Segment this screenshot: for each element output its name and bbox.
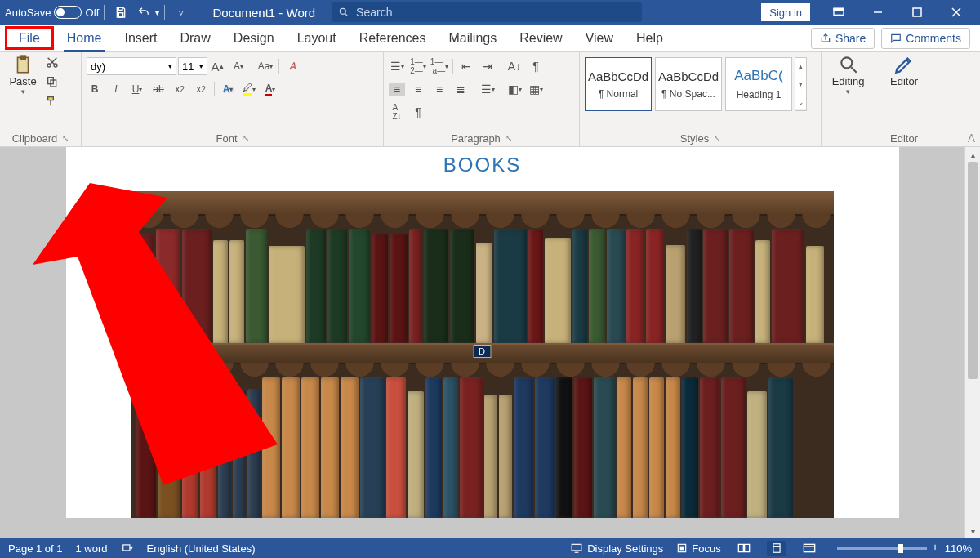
dialog-launcher-icon[interactable]: ⤡ bbox=[62, 134, 69, 143]
editor-button[interactable]: Editor bbox=[886, 54, 922, 87]
bold-icon[interactable]: B bbox=[87, 83, 103, 95]
shading-icon[interactable]: ◧▾ bbox=[506, 83, 523, 96]
undo-icon[interactable] bbox=[132, 1, 155, 24]
read-mode-icon[interactable] bbox=[734, 541, 754, 556]
document-canvas[interactable]: BOOKS bbox=[0, 147, 964, 538]
word-count[interactable]: 1 word bbox=[76, 542, 108, 555]
editing-button[interactable]: Editing ▾ bbox=[831, 54, 866, 96]
autosave-toggle[interactable]: AutoSave Off bbox=[5, 6, 99, 19]
style-normal[interactable]: AaBbCcDd ¶ Normal bbox=[585, 57, 652, 111]
group-font: dy) ▾ 11▾ A▴ A▾ Aa▾ A̷ B I U▾ ab x2 x2 bbox=[82, 52, 384, 146]
zoom-level[interactable]: 110% bbox=[945, 542, 972, 555]
paragraph-mark-icon[interactable]: ¶ bbox=[410, 105, 426, 118]
svg-rect-26 bbox=[773, 544, 780, 553]
web-layout-icon[interactable] bbox=[800, 541, 819, 556]
scroll-up-icon[interactable]: ▴ bbox=[965, 147, 980, 162]
change-case-icon[interactable]: Aa▾ bbox=[257, 60, 274, 72]
inserted-image[interactable]: D bbox=[131, 191, 834, 518]
undo-dropdown-icon[interactable]: ▾ bbox=[155, 8, 159, 17]
dialog-launcher-icon[interactable]: ⤡ bbox=[506, 134, 512, 143]
tab-home[interactable]: Home bbox=[56, 25, 114, 51]
styles-gallery-scroll[interactable]: ▴▾⌄ bbox=[795, 57, 807, 111]
zoom-slider[interactable] bbox=[837, 547, 927, 550]
bullets-icon[interactable]: ☰▾ bbox=[389, 60, 405, 73]
style-heading1[interactable]: AaBbC( Heading 1 bbox=[725, 57, 792, 111]
clear-formatting-icon[interactable]: A̷ bbox=[284, 60, 301, 72]
focus-mode-button[interactable]: Focus bbox=[676, 542, 720, 555]
tab-view[interactable]: View bbox=[574, 25, 625, 51]
comment-icon bbox=[890, 33, 902, 44]
qat-customize-icon[interactable]: ▿ bbox=[170, 1, 193, 24]
scroll-down-icon[interactable]: ▾ bbox=[965, 524, 980, 538]
tab-insert[interactable]: Insert bbox=[113, 25, 168, 51]
numbering-icon[interactable]: 1―2―▾ bbox=[410, 57, 426, 75]
dialog-launcher-icon[interactable]: ⤡ bbox=[243, 134, 249, 143]
tab-review[interactable]: Review bbox=[508, 25, 573, 51]
align-left-icon[interactable]: ≡ bbox=[389, 83, 405, 96]
ribbon-tabs: File Home Insert Draw Design Layout Refe… bbox=[0, 25, 980, 52]
page: BOOKS bbox=[66, 147, 899, 518]
tab-draw[interactable]: Draw bbox=[168, 25, 221, 51]
font-color-icon[interactable]: A▾ bbox=[262, 83, 278, 96]
copy-icon[interactable] bbox=[44, 74, 60, 90]
print-layout-icon[interactable] bbox=[767, 541, 786, 556]
find-icon bbox=[838, 54, 859, 75]
tab-design[interactable]: Design bbox=[222, 25, 286, 51]
display-settings-button[interactable]: Display Settings bbox=[570, 542, 663, 555]
style-no-spacing[interactable]: AaBbCcDd ¶ No Spac... bbox=[655, 57, 722, 111]
align-center-icon[interactable]: ≡ bbox=[410, 83, 426, 96]
cut-icon[interactable] bbox=[44, 54, 60, 70]
group-editing: Editing ▾ bbox=[822, 52, 875, 146]
share-button[interactable]: Share bbox=[811, 28, 875, 49]
underline-icon[interactable]: U▾ bbox=[129, 83, 145, 95]
increase-font-icon[interactable]: A▴ bbox=[209, 60, 225, 74]
tab-layout[interactable]: Layout bbox=[286, 25, 348, 51]
text-effects-icon[interactable]: A▾ bbox=[220, 83, 236, 95]
collapse-ribbon-icon[interactable]: ⋀ bbox=[968, 132, 975, 143]
sign-in-button[interactable]: Sign in bbox=[761, 3, 810, 21]
page-indicator[interactable]: Page 1 of 1 bbox=[8, 542, 63, 555]
focus-icon bbox=[676, 542, 688, 554]
format-painter-icon[interactable] bbox=[44, 93, 60, 109]
decrease-font-icon[interactable]: A▾ bbox=[230, 60, 247, 72]
sort-icon[interactable]: A↓ bbox=[506, 60, 523, 73]
tab-file[interactable]: File bbox=[5, 26, 54, 50]
decrease-indent-icon[interactable]: ⇤ bbox=[458, 60, 474, 73]
subscript-icon[interactable]: x2 bbox=[172, 83, 188, 95]
font-size-select[interactable]: 11▾ bbox=[178, 57, 207, 75]
multilevel-list-icon[interactable]: 1― a―▾ bbox=[431, 57, 448, 75]
language-indicator[interactable]: English (United States) bbox=[147, 542, 256, 555]
editor-group-label: Editor bbox=[890, 132, 918, 145]
svg-rect-0 bbox=[119, 7, 123, 10]
paragraph-group-label: Paragraph bbox=[451, 132, 501, 145]
save-icon[interactable] bbox=[109, 1, 132, 24]
italic-icon[interactable]: I bbox=[108, 83, 124, 95]
styles-group-label: Styles bbox=[680, 132, 709, 145]
tab-references[interactable]: References bbox=[348, 25, 438, 51]
dialog-launcher-icon[interactable]: ⤡ bbox=[714, 134, 720, 143]
ribbon-display-options-icon[interactable] bbox=[820, 0, 858, 25]
justify-icon[interactable]: ≣ bbox=[452, 83, 469, 96]
font-name-select[interactable]: dy) ▾ bbox=[87, 57, 176, 75]
svg-point-2 bbox=[340, 8, 345, 14]
tab-mailings[interactable]: Mailings bbox=[438, 25, 509, 51]
close-icon[interactable] bbox=[938, 0, 975, 25]
minimize-icon[interactable] bbox=[859, 0, 897, 25]
line-spacing-icon[interactable]: ☰▾ bbox=[479, 83, 496, 96]
spellcheck-icon[interactable] bbox=[121, 542, 134, 554]
borders-icon[interactable]: ▦▾ bbox=[528, 83, 544, 96]
paste-button[interactable]: Paste ▾ bbox=[5, 54, 41, 96]
search-box[interactable]: Search bbox=[332, 2, 642, 22]
sort-az-icon[interactable]: AZ↓ bbox=[389, 103, 405, 121]
maximize-icon[interactable] bbox=[898, 0, 936, 25]
clipboard-group-label: Clipboard bbox=[12, 132, 58, 145]
increase-indent-icon[interactable]: ⇥ bbox=[479, 60, 496, 73]
strikethrough-icon[interactable]: ab bbox=[150, 83, 167, 95]
vertical-scrollbar[interactable]: ▴ ▾ bbox=[964, 147, 980, 538]
comments-button[interactable]: Comments bbox=[881, 28, 970, 49]
show-marks-icon[interactable]: ¶ bbox=[528, 60, 544, 73]
tab-help[interactable]: Help bbox=[625, 25, 675, 51]
highlight-icon[interactable]: 🖊▾ bbox=[241, 82, 257, 96]
superscript-icon[interactable]: x2 bbox=[193, 83, 209, 95]
align-right-icon[interactable]: ≡ bbox=[431, 83, 448, 96]
